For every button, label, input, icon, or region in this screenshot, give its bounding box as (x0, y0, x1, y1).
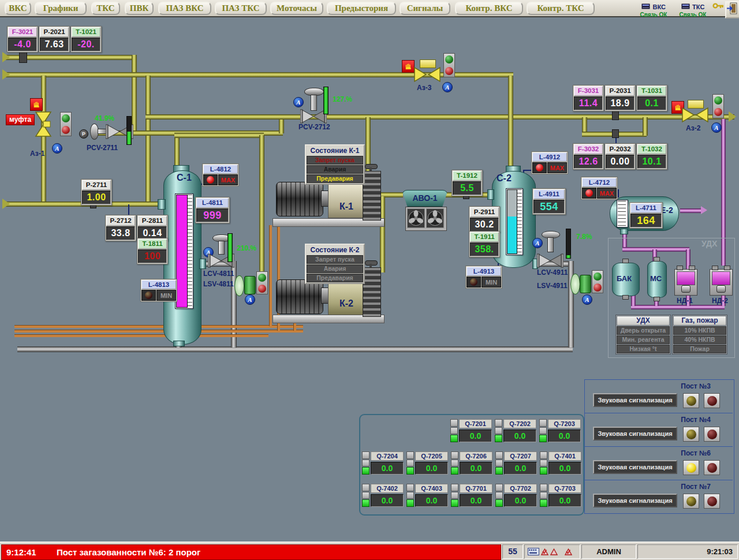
table-row: 40% НКПВ (673, 335, 726, 344)
pipe-arrow (2, 199, 10, 209)
fan-icon (426, 208, 444, 228)
az3-valve[interactable] (413, 66, 441, 83)
ok-indicator (539, 435, 547, 442)
gas-detector: Q-72070.0 (495, 451, 537, 475)
gauge-t1811: T-1811100 (137, 238, 168, 264)
red-lamp (536, 164, 543, 171)
az2-valve[interactable] (681, 107, 709, 123)
lcv4911-valve[interactable] (537, 253, 563, 268)
menu-button-history[interactable]: Предыстория (327, 2, 396, 15)
avo1-header[interactable]: АВО-1 (402, 190, 448, 207)
gauge-value: 999 (196, 208, 229, 222)
pcv2712-position-bar (323, 87, 329, 114)
detector-tag: Q-7403 (415, 484, 448, 493)
az3-label: Аз-3 (417, 84, 431, 92)
gauge-label: T-1811 (138, 239, 167, 249)
post-lamp-frame (704, 494, 720, 509)
threshold-indicator (540, 451, 547, 459)
alarm-message-bar[interactable]: 9:12:41 Пост загазованности №6: 2 порог (1, 544, 501, 560)
gauge-t1032: T-103210.1 (636, 143, 667, 170)
menu-button-tks[interactable]: ТКС (91, 2, 120, 15)
pipe-oil-k1 (269, 225, 272, 326)
gauge-label: L-4911 (533, 189, 565, 199)
az1-valve[interactable] (35, 111, 52, 137)
pump-nd2[interactable] (710, 269, 733, 296)
red-lamp (594, 283, 602, 292)
ok-indicator (540, 499, 547, 507)
alarm-l4712: L-4712 MAX (581, 177, 618, 200)
az3-lamps (443, 53, 455, 77)
k1-status-title: Состояние К-1 (307, 146, 363, 155)
gauge-f3032: F-303212.6 (573, 143, 604, 170)
detector-value: 0.0 (415, 494, 448, 507)
post-lamp-frame (704, 427, 720, 442)
auto-mode-badge[interactable]: А (293, 97, 304, 107)
off-lamp (145, 292, 152, 299)
lsv4911-valve[interactable] (580, 275, 591, 293)
alarm-lamp (141, 290, 156, 301)
threshold-indicator (495, 460, 503, 467)
ack-alarm-icon[interactable] (565, 548, 572, 555)
manual-hand-icon[interactable] (402, 60, 415, 73)
auto-mode-badge[interactable]: А (582, 294, 592, 305)
bak-label: БАК (617, 274, 632, 283)
keyboard-icon[interactable] (528, 548, 539, 555)
k1-gate (363, 171, 381, 221)
sound-alarm-button[interactable]: Звуковая сигнализация (593, 460, 677, 474)
alarm-icon[interactable] (550, 548, 558, 555)
sensor-tap-icon (612, 111, 619, 120)
nd-cap (712, 266, 718, 270)
gauge-label: F-3032 (574, 144, 603, 154)
menu-button-kontr-tks[interactable]: Контр. ТКС (527, 2, 595, 15)
menu-button-vks[interactable]: ВКС (5, 2, 31, 15)
pipe-oil-2 (14, 330, 303, 333)
nd-cap (689, 266, 695, 270)
auto-mode-badge[interactable]: А (245, 294, 255, 305)
auto-mode-badge[interactable]: А (711, 122, 722, 133)
menu-button-graphs[interactable]: Графики (35, 2, 87, 15)
menu-button-pvk[interactable]: ПВК (125, 2, 154, 15)
lsv4811-valve[interactable] (244, 276, 256, 294)
exit-button[interactable] (725, 1, 739, 18)
detector-tag: Q-7205 (415, 451, 448, 461)
posts-panel: Пост №3 Звуковая сигнализация Пост №4 Зв… (584, 379, 734, 514)
red-lamp (207, 176, 214, 184)
sound-alarm-button[interactable]: Звуковая сигнализация (593, 393, 677, 407)
menu-button-paz-tks[interactable]: ПАЗ ТКС (215, 2, 267, 15)
auto-mode-badge[interactable]: А (52, 143, 62, 154)
auto-mode-badge[interactable]: А (442, 82, 453, 92)
alarm-state: MIN (482, 277, 501, 288)
threshold-indicator (540, 492, 547, 499)
c1-label: C-1 (177, 173, 192, 183)
auto-mode-badge[interactable]: А (532, 238, 543, 248)
threshold-indicator (406, 460, 414, 467)
detector-value: 0.0 (459, 430, 492, 442)
manual-hand-icon[interactable] (30, 98, 43, 111)
pcv2712-percent: 127.% (333, 96, 352, 103)
k2-status-row: Авария (307, 264, 363, 273)
yellow-lamp-off (686, 496, 696, 506)
gauge-label: P-2021 (40, 27, 69, 37)
menu-button-motohours[interactable]: Моточасы (270, 2, 323, 15)
menu-button-paz-vks[interactable]: ПАЗ ВКС (158, 2, 211, 15)
threshold-indicator (451, 492, 458, 499)
detector-value: 0.0 (548, 494, 581, 507)
gauge-l4911: L-4911554 (532, 188, 566, 215)
detector-tag: Q-7201 (459, 419, 492, 428)
ack-alarm-icon[interactable] (541, 548, 548, 555)
gauge-p2711: P-27111.00 (81, 179, 112, 206)
sound-alarm-button[interactable]: Звуковая сигнализация (593, 427, 677, 440)
gas-detector: Q-74030.0 (406, 484, 448, 507)
menu-button-signals[interactable]: Сигналы (400, 2, 450, 15)
pcv2712-label: PCV-2712 (298, 124, 330, 131)
sound-alarm-button[interactable]: Звуковая сигнализация (593, 494, 677, 507)
pressure-badge: Р (79, 129, 88, 139)
gas-detector: Q-72040.0 (362, 451, 404, 475)
menu-button-kontr-vks[interactable]: Контр. ВКС (455, 2, 523, 15)
gas-detector: Q-72030.0 (539, 419, 581, 442)
k1-body[interactable]: К-1 (328, 180, 365, 218)
gauge-p2031: P-203118.9 (604, 85, 636, 111)
comm-status-text: Связь ОК (674, 12, 711, 18)
pump-nd1[interactable] (674, 269, 697, 296)
gas-detector: Q-74020.0 (362, 484, 404, 507)
